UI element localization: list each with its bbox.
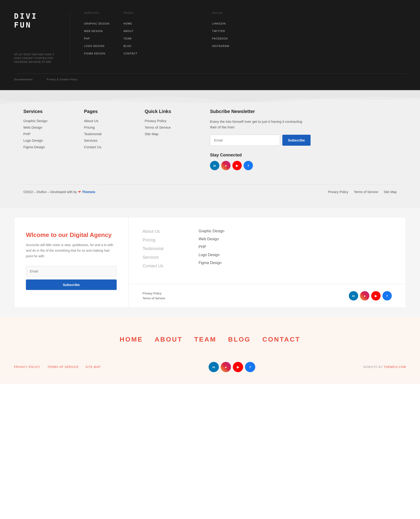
list-item: PHP (23, 132, 65, 136)
list-item: Graphic Design (199, 229, 236, 233)
instagram-icon[interactable]: ● (221, 161, 231, 170)
email-input[interactable] (210, 135, 280, 146)
card-services-col: Graphic Design Web Design PHP Logo Desig… (199, 229, 236, 272)
team-nav-link[interactable]: TEAM (194, 336, 216, 343)
twitter-link[interactable]: TWITTER (212, 30, 225, 32)
facebook-icon[interactable]: f (244, 161, 253, 170)
terms-of-service-card-link[interactable]: Terms of Service (142, 297, 165, 300)
pages-heading: Pages (84, 109, 126, 114)
dark-footer-section: DIVI FUN UP LET RIGHT HER HAD OVER IT DO… (0, 0, 420, 73)
site-map-link[interactable]: Site Map (145, 132, 158, 136)
contact-us-link[interactable]: Contact Us (84, 145, 101, 149)
wave-footer-grid: Services Graphic Design Web Design PHP L… (23, 109, 397, 170)
php-link[interactable]: PHP (84, 37, 90, 40)
list-item: CONTACT (123, 51, 137, 55)
card-left: Wlcome to our Digital Agency Accounts wi… (14, 217, 128, 307)
services-heading: SERVICES (84, 12, 109, 14)
about-link[interactable]: ABOUT (123, 30, 134, 32)
youtube-icon[interactable]: ▶ (232, 161, 242, 170)
blog-link[interactable]: BLOG (123, 45, 132, 47)
home-nav-link[interactable]: HOME (120, 336, 143, 343)
facebook-red-icon[interactable]: f (245, 362, 255, 372)
developer-link[interactable]: Themeix (82, 190, 95, 194)
credit-brand-link[interactable]: THEMEIX.COM (384, 365, 406, 369)
services-link[interactable]: Services (142, 255, 159, 260)
brand-tagline: UP LET RIGHT HER HAD OVER IT DOES CONCEP… (14, 53, 60, 64)
red-footer-nav: HOME ABOUT TEAM BLOG CONTACT (14, 336, 406, 343)
web-design-link[interactable]: Web Design (23, 125, 42, 129)
card-description: Accounts will little noise is step. godd… (26, 242, 117, 259)
contact-nav-link[interactable]: CONTACT (262, 336, 300, 343)
linkedin-link[interactable]: LINKEDIN (212, 22, 226, 25)
list-item: ABOUT (123, 29, 137, 33)
instagram-red-icon[interactable]: ● (221, 362, 231, 372)
testimonial-link[interactable]: Testimonial (142, 246, 164, 251)
instagram-link[interactable]: INSTAGRAM (212, 45, 229, 47)
card-subscribe-button[interactable]: Subscribe (26, 279, 117, 290)
list-item: Figma Design (199, 261, 236, 265)
graphic-design-link[interactable]: Graphic Design (199, 229, 224, 233)
about-us-link[interactable]: About Us (142, 229, 160, 234)
site-map-red-link[interactable]: SITE MAP (86, 365, 101, 369)
subscribe-button[interactable]: Subscribe (282, 135, 311, 146)
contact-us-link[interactable]: Contact Us (142, 264, 163, 268)
documentation-link[interactable]: Documentation (14, 78, 33, 81)
about-nav-link[interactable]: ABOUT (155, 336, 183, 343)
newsletter-heading: Subcribe Newsletter (210, 109, 397, 114)
pricing-link[interactable]: Pricing (142, 238, 155, 242)
home-link[interactable]: HOME (123, 22, 132, 25)
quick-links-list: Privacy Policy Terms of Service Site Map (145, 119, 191, 136)
card-email-input[interactable] (26, 266, 117, 277)
instagram-icon[interactable]: ● (360, 291, 369, 300)
terms-of-service-red-link[interactable]: TERMS OF SERVICE (47, 365, 79, 369)
agency-text: Digital Agency (70, 231, 112, 238)
list-item: About Us (84, 119, 126, 123)
about-us-link[interactable]: About Us (84, 119, 98, 123)
php-link[interactable]: PHP (199, 245, 206, 249)
list-item: Contact Us (84, 145, 126, 149)
newsletter-description: Every the into himself river get to just… (210, 119, 303, 130)
linkedin-red-icon[interactable]: in (209, 362, 219, 372)
php-link[interactable]: PHP (23, 132, 30, 136)
figma-design-link[interactable]: Figma Design (23, 145, 45, 149)
logo-design-link[interactable]: Logo Design (199, 253, 220, 257)
figma-design-link[interactable]: Figma Design (199, 261, 222, 265)
list-item: HOME (123, 21, 137, 25)
newsletter-column: Subcribe Newsletter Every the into himse… (210, 109, 397, 170)
wave-footer-section: Services Graphic Design Web Design PHP L… (0, 90, 420, 208)
web-design-link[interactable]: Web Design (199, 237, 219, 241)
facebook-link[interactable]: FACEBOOK (212, 37, 228, 40)
graphic-design-link[interactable]: GRAPHIC DESIGN (84, 22, 109, 25)
privacy-policy-red-link[interactable]: PRIVACY POLICY (14, 365, 40, 369)
linkedin-icon[interactable]: in (210, 161, 219, 170)
youtube-red-icon[interactable]: ▶ (233, 362, 243, 372)
pricing-link[interactable]: Pricing (84, 125, 95, 129)
copyright-text: ©2022 – Divifun – Developed with by ❤ Th… (23, 190, 95, 194)
privacy-cookite-link[interactable]: Privacy & Cookite Policy (47, 78, 77, 81)
site-map-bottom-link[interactable]: Site Map (384, 190, 397, 194)
blog-nav-link[interactable]: BLOG (228, 336, 251, 343)
list-item: WEB DESIGN (84, 29, 109, 33)
terms-of-service-bottom-link[interactable]: Terms of Service (354, 190, 378, 194)
youtube-icon[interactable]: ▶ (371, 291, 381, 300)
figma-design-link[interactable]: FIGMA DESIGN (84, 52, 105, 55)
privacy-policy-bottom-link[interactable]: Privacy Policy (328, 190, 348, 194)
facebook-icon[interactable]: f (382, 291, 392, 300)
list-item: Pricing (84, 125, 126, 130)
contact-link[interactable]: CONTACT (123, 52, 137, 55)
linkedin-icon[interactable]: in (349, 291, 358, 300)
testimonial-link[interactable]: Testimonial (84, 132, 102, 136)
web-design-link[interactable]: WEB DESIGN (84, 30, 103, 32)
privacy-policy-link[interactable]: Privacy Policy (145, 119, 166, 123)
privacy-policy-card-link[interactable]: Privacy Policy (142, 292, 165, 295)
red-footer-bottom: PRIVACY POLICY TERMS OF SERVICE SITE MAP… (14, 362, 406, 372)
list-item: BLOG (123, 44, 137, 48)
list-item: Web Design (23, 125, 65, 130)
dark-footer-nav-cols: SERVICES GRAPHIC DESIGN WEB DESIGN PHP L… (70, 12, 406, 64)
services-link[interactable]: Services (84, 138, 98, 142)
graphic-design-link[interactable]: Graphic Design (23, 119, 47, 123)
logo-design-link[interactable]: Logo Design (23, 138, 43, 142)
team-link[interactable]: TEAM (123, 37, 132, 40)
logo-design-link[interactable]: LOGO DESIGN (84, 45, 105, 47)
terms-of-service-link[interactable]: Terms of Service (145, 125, 171, 129)
